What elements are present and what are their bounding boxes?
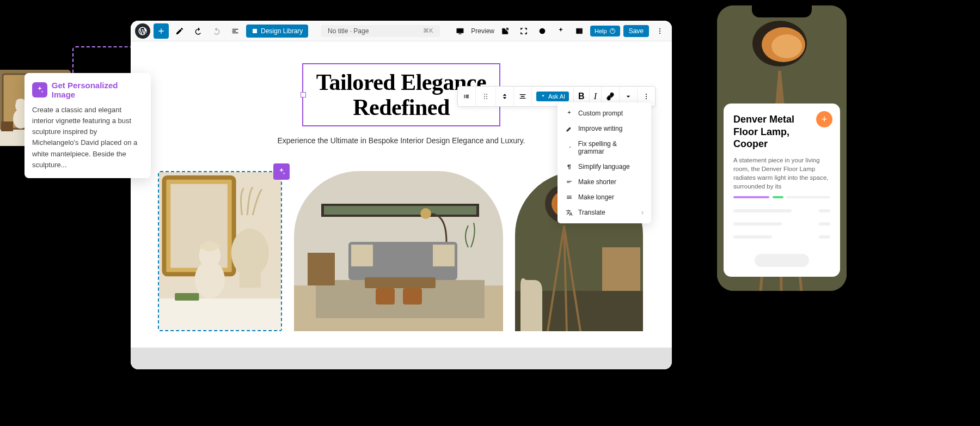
add-fab-button[interactable]: + — [816, 111, 832, 127]
progress-indicator — [733, 196, 830, 198]
ai-image-badge-icon[interactable] — [273, 163, 290, 180]
menu-make-longer[interactable]: Make longer — [558, 190, 651, 205]
list-view-button[interactable] — [228, 23, 243, 39]
align-button[interactable] — [514, 87, 532, 106]
popup-title: Get Personalized Image — [52, 81, 143, 99]
undo-button[interactable] — [191, 23, 206, 39]
menu-custom-prompt[interactable]: Custom prompt — [558, 106, 651, 121]
svg-rect-35 — [376, 288, 395, 305]
document-title-bar[interactable]: No title · Page ⌘K — [321, 25, 440, 37]
svg-point-15 — [659, 31, 660, 32]
svg-rect-7 — [1, 121, 13, 131]
personalized-image-popup: Get Personalized Image Create a classic … — [24, 73, 151, 178]
svg-rect-10 — [457, 28, 463, 33]
move-arrows-button[interactable] — [496, 87, 514, 106]
menu-make-shorter[interactable]: Make shorter — [558, 174, 651, 190]
svg-point-16 — [659, 33, 660, 34]
svg-rect-36 — [403, 288, 422, 305]
ai-context-menu: Custom prompt Improve writing Fix spelli… — [558, 102, 651, 223]
svg-point-37 — [420, 208, 431, 219]
drag-handle-icon[interactable] — [476, 87, 496, 106]
redo-button[interactable] — [209, 23, 224, 39]
skeleton-button — [755, 254, 809, 267]
editor-bottom-bar — [131, 348, 672, 369]
menu-simplify[interactable]: Simplify language — [558, 159, 651, 174]
product-description: A statement piece in your living room, t… — [733, 156, 830, 191]
menu-translate[interactable]: Translate › — [558, 205, 651, 220]
product-card: + Denver Metal Floor Lamp, Cooper A stat… — [724, 104, 840, 277]
svg-rect-21 — [240, 272, 261, 288]
add-block-button[interactable] — [154, 23, 169, 39]
svg-point-54 — [646, 96, 647, 97]
svg-rect-32 — [351, 245, 373, 266]
phone-notch — [752, 5, 812, 17]
svg-rect-33 — [433, 245, 455, 266]
edit-icon[interactable] — [172, 23, 187, 39]
pen-icon — [565, 125, 573, 132]
svg-point-48 — [486, 94, 487, 95]
svg-rect-41 — [602, 247, 640, 291]
svg-rect-25 — [175, 293, 199, 301]
preview-label[interactable]: Preview — [471, 27, 494, 35]
svg-rect-9 — [253, 29, 257, 33]
svg-rect-34 — [365, 277, 436, 288]
svg-point-20 — [231, 229, 269, 277]
editor-toolbar: Design Library No title · Page ⌘K Previe… — [131, 21, 672, 41]
menu-improve-writing[interactable]: Improve writing — [558, 121, 651, 136]
spellcheck-icon — [565, 144, 573, 151]
svg-rect-24 — [159, 299, 281, 330]
svg-point-51 — [484, 98, 485, 99]
sparkles-icon — [565, 110, 573, 117]
long-text-icon — [565, 194, 573, 201]
help-button[interactable]: Help — [590, 26, 620, 36]
svg-point-49 — [484, 96, 485, 97]
ai-sparkles-icon[interactable] — [553, 23, 568, 39]
popup-description: Create a classic and elegant interior vi… — [32, 105, 143, 171]
svg-point-47 — [484, 94, 485, 95]
phone-mockup: + Denver Metal Floor Lamp, Cooper A stat… — [712, 0, 852, 296]
more-options-icon[interactable] — [652, 23, 667, 39]
fullscreen-icon[interactable] — [516, 23, 531, 39]
desktop-view-icon[interactable] — [452, 23, 468, 39]
short-text-icon — [565, 179, 573, 186]
paragraph-icon — [565, 163, 573, 171]
svg-point-14 — [659, 28, 660, 29]
translate-icon — [565, 209, 573, 216]
gallery-image-2[interactable] — [294, 171, 503, 331]
svg-rect-30 — [324, 206, 476, 215]
svg-rect-38 — [308, 253, 335, 285]
block-type-button[interactable] — [458, 87, 476, 106]
svg-point-11 — [540, 28, 546, 34]
dark-mode-toggle[interactable] — [535, 23, 550, 39]
sparkles-icon — [32, 82, 47, 98]
chevron-right-icon: › — [641, 209, 644, 216]
svg-rect-12 — [577, 28, 583, 33]
svg-point-52 — [486, 98, 487, 99]
svg-point-55 — [646, 98, 647, 99]
editor-window: Design Library No title · Page ⌘K Previe… — [131, 21, 672, 369]
external-link-icon[interactable] — [498, 23, 513, 39]
gallery-image-1-selected[interactable] — [158, 171, 282, 331]
menu-fix-spelling[interactable]: Fix spelling & grammar — [558, 136, 651, 159]
svg-point-50 — [486, 96, 487, 97]
wordpress-logo-icon[interactable] — [135, 23, 150, 39]
sidebar-toggle-icon[interactable] — [572, 23, 587, 39]
svg-point-62 — [771, 34, 802, 58]
design-library-button[interactable]: Design Library — [246, 25, 308, 38]
save-button[interactable]: Save — [623, 25, 649, 37]
svg-point-53 — [646, 94, 647, 95]
